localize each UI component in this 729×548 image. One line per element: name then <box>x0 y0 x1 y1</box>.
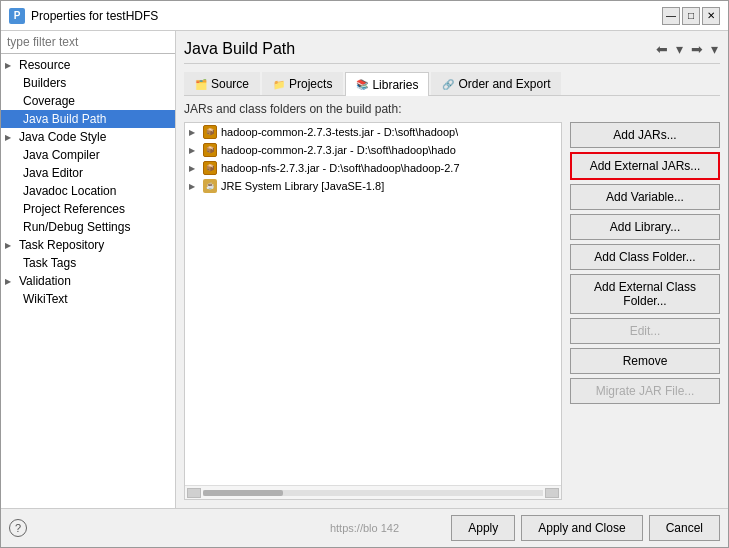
panel-navigation: ⬅ ▾ ➡ ▾ <box>654 39 720 59</box>
sidebar-item-task-tags[interactable]: Task Tags <box>1 254 175 272</box>
title-bar-left: P Properties for testHDFS <box>9 8 158 24</box>
jar-tree-container: ▶ 📦 hadoop-common-2.7.3-tests.jar - D:\s… <box>184 122 562 500</box>
sidebar: ▶ Resource Builders Coverage Java Build … <box>1 31 176 508</box>
jre-icon: ☕ <box>203 179 217 193</box>
add-external-jars-button[interactable]: Add External JARs... <box>570 152 720 180</box>
sidebar-item-label: Java Compiler <box>23 148 100 162</box>
scroll-right-btn[interactable] <box>545 488 559 498</box>
tab-order-export[interactable]: 🔗 Order and Export <box>431 72 561 95</box>
panel-title-text: Java Build Path <box>184 40 295 58</box>
sidebar-item-builders[interactable]: Builders <box>1 74 175 92</box>
nav-forward-button[interactable]: ➡ <box>689 39 705 59</box>
content-description: JARs and class folders on the build path… <box>184 102 720 116</box>
cancel-button[interactable]: Cancel <box>649 515 720 541</box>
jar-label-3: hadoop-nfs-2.7.3.jar - D:\soft\hadoop\ha… <box>221 162 460 174</box>
sidebar-item-coverage[interactable]: Coverage <box>1 92 175 110</box>
sidebar-item-label: Java Code Style <box>19 130 106 144</box>
sidebar-item-wikitext[interactable]: WikiText <box>1 290 175 308</box>
sidebar-item-run-debug[interactable]: Run/Debug Settings <box>1 218 175 236</box>
tab-libraries[interactable]: 📚 Libraries <box>345 72 429 96</box>
filter-input[interactable] <box>1 31 175 54</box>
sidebar-item-label: Resource <box>19 58 70 72</box>
jre-label: JRE System Library [JavaSE-1.8] <box>221 180 384 192</box>
jar-tree-scroll[interactable]: ▶ 📦 hadoop-common-2.7.3-tests.jar - D:\s… <box>185 123 561 485</box>
jar-label-2: hadoop-common-2.7.3.jar - D:\soft\hadoop… <box>221 144 456 156</box>
sidebar-item-label: Project References <box>23 202 125 216</box>
nav-back-button[interactable]: ⬅ <box>654 39 670 59</box>
close-button[interactable]: ✕ <box>702 7 720 25</box>
jar-icon-1: 📦 <box>203 125 217 139</box>
expand-arrow: ▶ <box>189 128 199 137</box>
expand-arrow: ▶ <box>189 146 199 155</box>
content-area: ▶ Resource Builders Coverage Java Build … <box>1 31 728 508</box>
expand-arrow: ▶ <box>5 241 15 250</box>
nav-dropdown-button[interactable]: ▾ <box>674 39 685 59</box>
sidebar-item-label: Task Tags <box>23 256 76 270</box>
add-variable-button[interactable]: Add Variable... <box>570 184 720 210</box>
source-tab-icon: 🗂️ <box>195 79 207 90</box>
properties-window: P Properties for testHDFS — □ ✕ ▶ Resour… <box>0 0 729 548</box>
jar-item-3[interactable]: ▶ 📦 hadoop-nfs-2.7.3.jar - D:\soft\hadoo… <box>185 159 561 177</box>
minimize-button[interactable]: — <box>662 7 680 25</box>
sidebar-item-label: WikiText <box>23 292 68 306</box>
nav-forward-dropdown-button[interactable]: ▾ <box>709 39 720 59</box>
title-bar: P Properties for testHDFS — □ ✕ <box>1 1 728 31</box>
sidebar-item-label: Task Repository <box>19 238 104 252</box>
migrate-jar-button[interactable]: Migrate JAR File... <box>570 378 720 404</box>
edit-button[interactable]: Edit... <box>570 318 720 344</box>
tab-source[interactable]: 🗂️ Source <box>184 72 260 95</box>
watermark-text: https://blo 142 <box>330 522 399 534</box>
add-external-class-folder-button[interactable]: Add External Class Folder... <box>570 274 720 314</box>
expand-arrow: ▶ <box>5 61 15 70</box>
expand-arrow: ▶ <box>5 277 15 286</box>
window-icon: P <box>9 8 25 24</box>
expand-arrow: ▶ <box>189 182 199 191</box>
sidebar-item-label: Run/Debug Settings <box>23 220 130 234</box>
expand-arrow: ▶ <box>189 164 199 173</box>
sidebar-item-label: Java Editor <box>23 166 83 180</box>
bottom-bar: ? https://blo 142 Apply Apply and Close … <box>1 508 728 547</box>
sidebar-item-project-references[interactable]: Project References <box>1 200 175 218</box>
sidebar-item-java-editor[interactable]: Java Editor <box>1 164 175 182</box>
help-button[interactable]: ? <box>9 519 27 537</box>
bottom-actions: Apply Apply and Close Cancel <box>451 515 720 541</box>
sidebar-item-validation[interactable]: ▶ Validation <box>1 272 175 290</box>
horizontal-scrollbar[interactable] <box>185 485 561 499</box>
add-class-folder-button[interactable]: Add Class Folder... <box>570 244 720 270</box>
sidebar-item-label: Java Build Path <box>23 112 106 126</box>
projects-tab-icon: 📁 <box>273 79 285 90</box>
build-path-content: JARs and class folders on the build path… <box>184 102 720 500</box>
jar-icon-3: 📦 <box>203 161 217 175</box>
add-jars-button[interactable]: Add JARs... <box>570 122 720 148</box>
sidebar-item-javadoc-location[interactable]: Javadoc Location <box>1 182 175 200</box>
window-title: Properties for testHDFS <box>31 9 158 23</box>
main-panel: Java Build Path ⬅ ▾ ➡ ▾ 🗂️ Source 📁 Proj… <box>176 31 728 508</box>
sidebar-item-java-code-style[interactable]: ▶ Java Code Style <box>1 128 175 146</box>
apply-and-close-button[interactable]: Apply and Close <box>521 515 642 541</box>
apply-button[interactable]: Apply <box>451 515 515 541</box>
scroll-left-btn[interactable] <box>187 488 201 498</box>
jar-icon-2: 📦 <box>203 143 217 157</box>
tab-projects[interactable]: 📁 Projects <box>262 72 343 95</box>
tab-projects-label: Projects <box>289 77 332 91</box>
tab-order-label: Order and Export <box>458 77 550 91</box>
sidebar-item-java-build-path[interactable]: Java Build Path <box>1 110 175 128</box>
tab-source-label: Source <box>211 77 249 91</box>
sidebar-item-resource[interactable]: ▶ Resource <box>1 56 175 74</box>
main-content-area: ▶ 📦 hadoop-common-2.7.3-tests.jar - D:\s… <box>184 122 720 500</box>
order-tab-icon: 🔗 <box>442 79 454 90</box>
window-controls: — □ ✕ <box>662 7 720 25</box>
sidebar-item-task-repository[interactable]: ▶ Task Repository <box>1 236 175 254</box>
scrollbar-thumb[interactable] <box>203 490 283 496</box>
jar-item-2[interactable]: ▶ 📦 hadoop-common-2.7.3.jar - D:\soft\ha… <box>185 141 561 159</box>
sidebar-item-java-compiler[interactable]: Java Compiler <box>1 146 175 164</box>
remove-button[interactable]: Remove <box>570 348 720 374</box>
jre-item[interactable]: ▶ ☕ JRE System Library [JavaSE-1.8] <box>185 177 561 195</box>
maximize-button[interactable]: □ <box>682 7 700 25</box>
scrollbar-track[interactable] <box>203 490 543 496</box>
add-library-button[interactable]: Add Library... <box>570 214 720 240</box>
sidebar-item-label: Builders <box>23 76 66 90</box>
action-button-panel: Add JARs... Add External JARs... Add Var… <box>570 122 720 500</box>
jar-item-1[interactable]: ▶ 📦 hadoop-common-2.7.3-tests.jar - D:\s… <box>185 123 561 141</box>
tab-libraries-label: Libraries <box>372 78 418 92</box>
